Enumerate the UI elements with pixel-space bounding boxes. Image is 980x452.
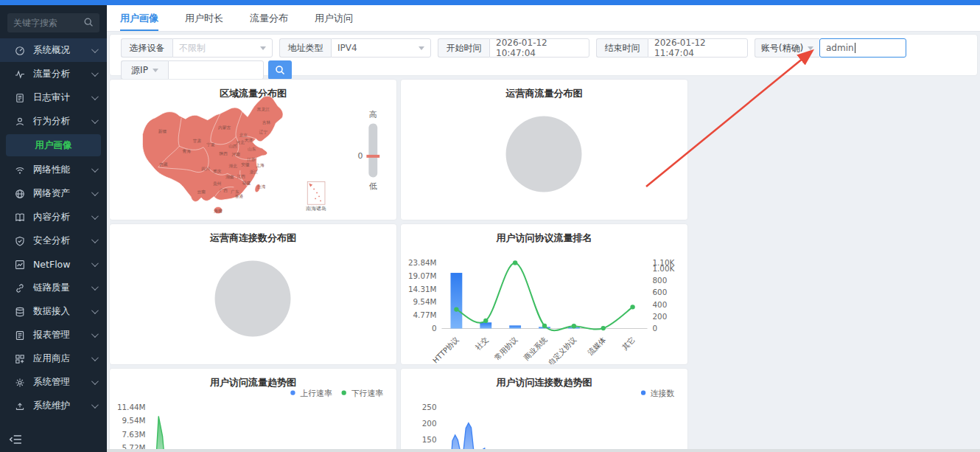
sidebar-item-系统概况[interactable]: 系统概况	[0, 38, 107, 62]
svg-text:新疆: 新疆	[158, 129, 167, 134]
card-traffic-trend: 用户访问流量趋势图 下行速率上行速率11.44M9.54M7.63M5.72M3…	[109, 368, 397, 452]
svg-text:天津: 天津	[245, 138, 253, 143]
sidebar-item-label: 日志审计	[33, 91, 91, 104]
card-region-map: 区域流量分布图 新疆西藏青海甘肃宁夏内蒙古黑龙江吉林辽宁北京天津河北山西山东陕西…	[109, 79, 397, 220]
svg-text:上海: 上海	[256, 163, 265, 168]
svg-text:200: 200	[652, 312, 667, 321]
database-icon	[15, 306, 25, 316]
start-time-value: 2026-01-12 10:47:04	[496, 38, 583, 58]
book-icon	[15, 212, 25, 222]
svg-text:四川: 四川	[201, 167, 210, 172]
svg-text:低: 低	[369, 181, 377, 191]
svg-text:西藏: 西藏	[159, 162, 168, 167]
svg-text:800: 800	[652, 276, 667, 285]
end-time-group: 结束时间 2026-01-12 11:47:04	[596, 38, 748, 58]
tab-用户时长[interactable]: 用户时长	[185, 5, 223, 31]
svg-text:19.07M: 19.07M	[408, 271, 437, 280]
tab-用户画像[interactable]: 用户画像	[120, 5, 158, 31]
isp-traffic-pie-chart	[401, 80, 687, 220]
svg-text:250: 250	[422, 403, 437, 411]
svg-text:甘肃: 甘肃	[193, 139, 202, 143]
log-icon	[15, 92, 25, 102]
svg-text:山东: 山东	[248, 147, 256, 151]
filter-row-1: 选择设备 不限制 地址类型 IPV4 开始时	[121, 38, 977, 58]
sidebar-item-内容分析[interactable]: 内容分析	[0, 205, 107, 229]
chevron-down-icon	[91, 354, 99, 361]
sidebar-subitem-label: 用户画像	[35, 139, 72, 152]
sidebar-item-系统管理[interactable]: 系统管理	[0, 370, 107, 394]
svg-text:青海: 青海	[183, 149, 192, 154]
sidebar-item-label: 应用商店	[33, 352, 91, 365]
chevron-down-icon	[91, 212, 99, 220]
svg-text:江西: 江西	[237, 174, 246, 179]
sidebar: 系统概况流量分析日志审计行为分析用户画像网络性能网络资产内容分析安全分析NetF…	[0, 5, 107, 452]
sidebar-item-label: 系统维护	[33, 400, 91, 412]
svg-text:上行速率: 上行速率	[300, 389, 332, 398]
sidebar-item-链路质量[interactable]: 链路质量	[0, 276, 107, 299]
svg-text:自定义协议: 自定义协议	[547, 335, 578, 364]
start-time-group: 开始时间 2026-01-12 10:47:04	[438, 38, 589, 58]
region-map-chart: 新疆西藏青海甘肃宁夏内蒙古黑龙江吉林辽宁北京天津河北山西山东陕西河南江苏上海安徽…	[110, 80, 396, 220]
source-ip-input[interactable]	[168, 60, 264, 80]
svg-text:流媒体: 流媒体	[586, 335, 607, 357]
horizontal-scrollbar[interactable]	[107, 449, 980, 452]
svg-text:海南: 海南	[214, 209, 223, 214]
report-icon	[15, 330, 25, 340]
maintain-icon	[15, 400, 25, 411]
card-isp-connection-pie: 运营商连接数分布图	[109, 223, 397, 365]
svg-text:吉林: 吉林	[262, 120, 271, 125]
sidebar-item-label: 系统管理	[33, 376, 91, 389]
sidebar-item-报表管理[interactable]: 报表管理	[0, 323, 107, 347]
filter-panel: 选择设备 不限制 地址类型 IPV4 开始时	[109, 34, 978, 76]
svg-text:23.84M: 23.84M	[408, 258, 437, 267]
sidebar-item-label: 链路质量	[33, 282, 91, 294]
device-select[interactable]: 不限制	[172, 38, 273, 58]
svg-text:HTTP协议: HTTP协议	[431, 335, 461, 364]
sidebar-collapse-icon[interactable]	[9, 433, 22, 446]
account-input[interactable]: admin	[819, 38, 906, 58]
svg-text:贵州: 贵州	[213, 181, 222, 186]
chevron-down-icon	[91, 117, 99, 124]
sidebar-item-流量分析[interactable]: 流量分析	[0, 62, 107, 86]
chevron-down-icon	[419, 46, 424, 50]
sidebar-item-行为分析[interactable]: 行为分析	[0, 109, 107, 133]
svg-text:云南: 云南	[197, 190, 206, 194]
search-icon	[83, 16, 94, 30]
svg-text:辽宁: 辽宁	[259, 129, 268, 134]
sidebar-item-安全分析[interactable]: 安全分析	[0, 229, 107, 252]
chevron-down-icon	[91, 165, 99, 173]
svg-text:山西: 山西	[228, 144, 237, 149]
address-type-select[interactable]: IPV4	[331, 38, 431, 58]
device-value: 不限制	[179, 42, 206, 55]
sidebar-subitem-用户画像[interactable]: 用户画像	[6, 134, 101, 156]
sidebar-item-数据接入[interactable]: 数据接入	[0, 299, 107, 323]
svg-text:14.31M: 14.31M	[408, 285, 437, 293]
sidebar-item-应用商店[interactable]: 应用商店	[0, 347, 107, 370]
address-type-label: 地址类型	[279, 38, 331, 58]
sidebar-item-label: 流量分析	[33, 68, 91, 80]
shield-icon	[15, 235, 25, 246]
search-input[interactable]	[13, 18, 83, 28]
sidebar-item-网络性能[interactable]: 网络性能	[0, 158, 107, 181]
start-time-input[interactable]: 2026-01-12 10:47:04	[489, 38, 589, 58]
map-visual-slider-handle[interactable]	[366, 155, 379, 158]
dashboard-icon	[15, 45, 25, 55]
end-time-input[interactable]: 2026-01-12 11:47:04	[648, 38, 748, 58]
svg-text:安徽: 安徽	[241, 162, 250, 167]
chevron-down-icon	[91, 46, 99, 53]
svg-text:湖南: 湖南	[225, 175, 234, 179]
svg-text:陕西: 陕西	[219, 151, 228, 156]
sidebar-item-日志审计[interactable]: 日志审计	[0, 86, 107, 109]
tab-用户访问[interactable]: 用户访问	[315, 5, 353, 31]
gear-icon	[15, 377, 25, 387]
appstore-icon	[15, 353, 25, 364]
sidebar-item-label: 网络资产	[33, 187, 91, 200]
sidebar-item-系统维护[interactable]: 系统维护	[0, 394, 107, 417]
tab-流量分布[interactable]: 流量分布	[250, 5, 288, 31]
sidebar-item-NetFlow[interactable]: NetFlow	[0, 252, 107, 276]
sidebar-search[interactable]	[7, 13, 99, 32]
sidebar-item-网络资产[interactable]: 网络资产	[0, 181, 107, 205]
account-type-select[interactable]: 账号(精确)	[755, 38, 819, 58]
search-button[interactable]	[268, 60, 292, 80]
source-ip-type-select[interactable]: 源IP	[121, 60, 168, 80]
